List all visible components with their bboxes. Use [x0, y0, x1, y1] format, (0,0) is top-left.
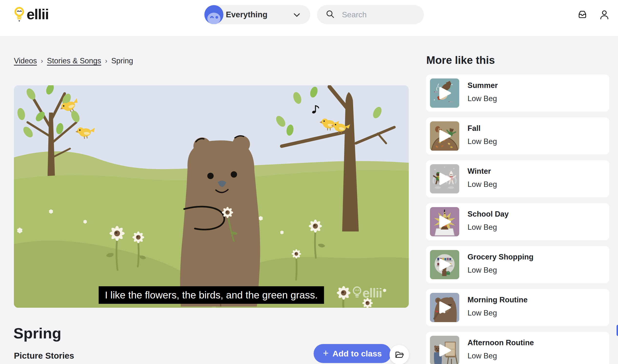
thumbnail-fall[interactable] — [430, 121, 459, 151]
add-to-class-button[interactable]: + Add to class — [314, 344, 391, 363]
open-folder-icon — [394, 349, 405, 360]
related-video-card-grocery-shopping[interactable]: Grocery Shopping Low Beg — [426, 246, 609, 283]
search-icon — [317, 9, 335, 20]
spring-cartoon-scene — [14, 85, 409, 308]
related-video-card-winter[interactable]: Winter Low Beg — [426, 160, 609, 197]
page-category: Picture Stories — [14, 351, 74, 361]
play-icon[interactable] — [430, 336, 459, 364]
related-video-level: Low Beg — [467, 137, 497, 146]
related-video-card-school-day[interactable]: School Day Low Beg — [426, 203, 609, 240]
top-navigation-bar: ellii Everything — [0, 0, 618, 37]
play-icon[interactable] — [430, 293, 459, 322]
plus-icon: + — [323, 348, 329, 358]
filter-selected-value: Everything — [226, 10, 268, 19]
related-video-title: Afternoon Routine — [467, 338, 534, 347]
chevron-down-icon — [294, 13, 300, 18]
logo-wordmark: ellii — [27, 6, 49, 22]
thumbnail-winter[interactable] — [430, 164, 459, 194]
related-video-level: Low Beg — [467, 309, 527, 318]
ellii-logo[interactable]: ellii — [14, 6, 49, 23]
related-video-title: Morning Routine — [467, 295, 527, 305]
thumbnail-school-day[interactable] — [430, 207, 459, 236]
breadcrumb-separator: › — [105, 57, 107, 65]
thumbnail-grocery-shopping[interactable] — [430, 250, 459, 279]
lightbulb-logo-icon — [14, 6, 25, 23]
breadcrumb-current: Spring — [111, 56, 133, 65]
related-video-title: Summer — [467, 81, 498, 90]
related-video-level: Low Beg — [467, 266, 533, 275]
breadcrumb-separator: › — [41, 57, 43, 65]
person-icon — [599, 10, 610, 21]
related-videos-list: Summer Low Beg — [426, 75, 609, 364]
ellii-watermark: ellii — [352, 284, 398, 301]
video-detail-page: ellii Everything — [0, 0, 618, 364]
related-video-level: Low Beg — [467, 223, 509, 232]
related-video-card-summer[interactable]: Summer Low Beg — [426, 75, 609, 112]
related-video-card-afternoon-routine[interactable]: Afternoon Routine Low Beg — [426, 332, 609, 364]
breadcrumb-link-videos[interactable]: Videos — [14, 56, 37, 65]
related-video-card-morning-routine[interactable]: Morning Routine Low Beg — [426, 289, 609, 326]
play-icon[interactable] — [430, 78, 459, 108]
video-player[interactable]: I like the flowers, the birds, and the g… — [14, 85, 409, 308]
search-bar[interactable] — [317, 5, 424, 24]
inbox-button[interactable] — [576, 9, 589, 21]
inbox-tray-icon — [577, 10, 588, 20]
related-video-title: Grocery Shopping — [467, 252, 533, 262]
more-like-this-heading: More like this — [426, 54, 495, 66]
related-video-level: Low Beg — [467, 94, 498, 103]
related-video-title: School Day — [467, 209, 509, 219]
play-icon[interactable] — [430, 164, 459, 194]
play-icon[interactable] — [430, 207, 459, 236]
svg-text:ellii: ellii — [362, 286, 382, 300]
thumbnail-morning-routine[interactable] — [430, 293, 459, 322]
category-filter-dropdown[interactable]: Everything — [204, 5, 310, 24]
thumbnail-afternoon-routine[interactable] — [430, 336, 459, 364]
chat-widget-edge[interactable] — [617, 325, 618, 336]
breadcrumb-link-stories-songs[interactable]: Stories & Songs — [47, 56, 101, 65]
play-icon[interactable] — [430, 121, 459, 151]
save-to-folder-button[interactable] — [389, 345, 409, 364]
search-input[interactable] — [342, 10, 415, 19]
related-video-title: Fall — [467, 124, 497, 133]
related-video-card-fall[interactable]: Fall Low Beg — [426, 117, 609, 155]
video-subtitle-caption: I like the flowers, the birds, and the g… — [98, 286, 324, 304]
page-title: Spring — [14, 325, 61, 342]
profile-button[interactable] — [598, 9, 611, 21]
related-video-level: Low Beg — [467, 351, 534, 361]
add-to-class-label: Add to class — [332, 349, 382, 358]
filter-avatar-icon — [204, 5, 223, 25]
play-icon[interactable] — [430, 250, 459, 279]
related-video-title: Winter — [467, 167, 497, 176]
thumbnail-summer[interactable] — [430, 78, 459, 108]
breadcrumb: Videos › Stories & Songs › Spring — [14, 56, 133, 65]
related-video-level: Low Beg — [467, 180, 497, 189]
